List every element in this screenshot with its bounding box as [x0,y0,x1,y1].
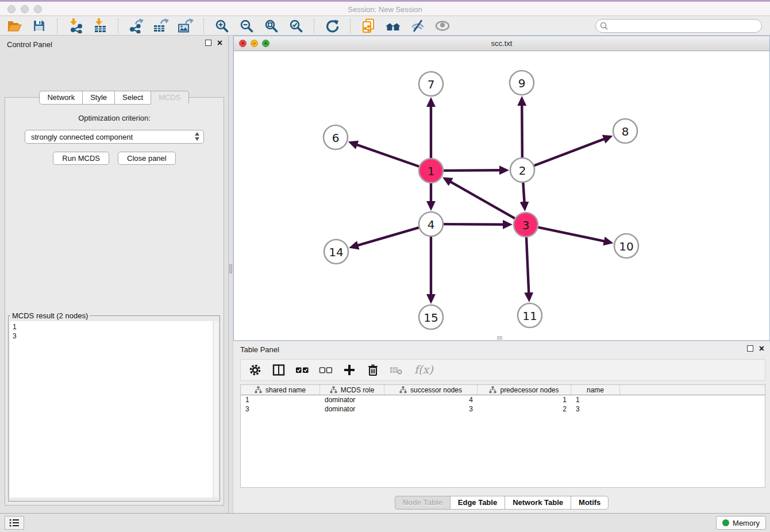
graph-edge-2-8[interactable] [534,139,605,165]
cell-predecessor-nodes[interactable]: 2 [478,405,571,413]
zoom-out-icon[interactable] [238,18,255,34]
canvas-resize-handle[interactable] [497,336,502,340]
export-image-icon[interactable] [177,18,194,34]
graph-edge-2-3[interactable] [523,183,524,202]
cell-mcds-role[interactable]: dominator [320,405,384,413]
svg-text:11: 11 [522,309,537,323]
graph-edge-3-1[interactable] [451,182,515,218]
close-table-panel-icon[interactable]: × [759,345,764,352]
graph-edge-4-3[interactable] [444,224,503,225]
list-icon [9,518,20,527]
graph-node-7[interactable]: 7 [419,72,443,96]
main-toolbar [0,16,770,36]
tab-motifs[interactable]: Motifs [571,496,609,510]
cell-successor-nodes[interactable]: 3 [384,405,478,413]
close-panel-button[interactable]: Close panel [118,152,176,165]
graph-node-3[interactable]: 3 [514,213,538,237]
result-scrollbar[interactable] [213,321,218,498]
export-table-icon[interactable] [152,18,170,34]
task-history-button[interactable] [5,516,24,530]
graph-edge-2-9[interactable] [522,105,522,157]
svg-text:9: 9 [518,76,526,90]
cell-shared-name[interactable]: 3 [241,405,320,413]
float-panel-icon[interactable] [205,40,211,46]
graph-edge-3-11[interactable] [526,237,529,293]
right-column: × − + scc.txt 7968124314101511 Table Pan… [233,36,770,513]
cell-mcds-role[interactable]: dominator [320,396,384,404]
tab-edge-table[interactable]: Edge Table [450,496,505,510]
cell-successor-nodes[interactable]: 4 [384,396,478,404]
graph-node-8[interactable]: 8 [613,119,637,143]
settings-gear-icon[interactable] [248,363,262,377]
graph-node-6[interactable]: 6 [324,125,348,149]
divider-handle-icon[interactable] [229,264,232,273]
zoom-fit-icon[interactable] [263,18,280,34]
column-header-mcds-role[interactable]: MCDS role [320,385,384,395]
graph-node-4[interactable]: 4 [419,212,443,236]
tab-select[interactable]: Select [114,91,151,105]
tab-network-table[interactable]: Network Table [505,496,571,510]
import-network-icon[interactable] [67,18,84,34]
zoom-in-icon[interactable] [213,18,230,34]
criterion-select[interactable]: strongly connected component [25,130,204,144]
graph-edge-4-14[interactable] [357,228,418,245]
function-builder-icon[interactable]: f(x) [413,363,434,377]
search-input[interactable] [595,19,762,33]
control-panel-header: Control Panel × [0,36,228,54]
memory-button[interactable]: Memory [716,516,766,530]
add-column-icon[interactable] [342,363,356,377]
network-canvas[interactable]: 7968124314101511 [234,51,769,340]
close-panel-icon[interactable]: × [217,40,222,46]
show-details-icon[interactable] [434,18,451,34]
cell-name[interactable]: 3 [571,405,620,413]
graph-node-11[interactable]: 11 [518,303,542,327]
mcds-result-text[interactable]: 1 3 [10,321,213,498]
tab-node-table[interactable]: Node Table [395,496,450,510]
column-header-shared-name[interactable]: shared name [241,385,320,395]
column-header-name[interactable]: name [571,385,620,395]
run-mcds-button[interactable]: Run MCDS [53,152,109,165]
graph-node-14[interactable]: 14 [324,240,348,264]
toolbar-separator [203,18,204,33]
graph-node-10[interactable]: 10 [614,234,638,258]
svg-text:3: 3 [522,218,530,232]
table-panel-header: Table Panel × [233,342,770,357]
table-header-row: shared name MCDS role successor nodes pr… [241,385,765,395]
float-table-panel-icon[interactable] [747,345,753,352]
graph-edge-3-10[interactable] [538,228,605,241]
graph-node-1[interactable]: 1 [419,159,443,183]
save-session-icon[interactable] [30,18,48,34]
memory-status-icon [722,519,729,526]
graph-edge-1-6[interactable] [357,145,419,167]
tab-network[interactable]: Network [39,91,82,105]
delete-column-trash-icon[interactable] [366,363,380,377]
import-table-icon[interactable] [91,18,109,34]
zoom-selected-icon[interactable] [287,18,305,34]
cell-shared-name[interactable]: 1 [241,396,320,404]
cell-name[interactable]: 1 [571,396,620,404]
first-neighbors-icon[interactable] [384,18,402,34]
graph-edge-1-2[interactable] [444,170,500,171]
node-table[interactable]: shared name MCDS role successor nodes pr… [240,384,765,488]
graph-node-2[interactable]: 2 [510,158,534,182]
tab-style[interactable]: Style [82,91,114,105]
tab-mcds[interactable]: MCDS [151,91,188,105]
refresh-layout-icon[interactable] [324,18,341,34]
table-row[interactable]: 1 dominator 4 1 1 [241,395,765,404]
select-all-checkboxes-icon[interactable] [295,363,309,377]
hide-details-icon[interactable] [409,18,426,34]
deselect-checkboxes-icon[interactable] [319,363,333,377]
split-view-icon[interactable] [272,363,286,377]
column-header-successor-nodes[interactable]: successor nodes [384,385,478,395]
export-network-icon[interactable] [128,18,145,34]
column-header-predecessor-nodes[interactable]: predecessor nodes [478,385,571,395]
panel-divider[interactable] [228,36,233,513]
cell-predecessor-nodes[interactable]: 1 [478,396,571,404]
graph-node-15[interactable]: 15 [419,305,443,329]
network-window-titlebar[interactable]: × − + scc.txt [234,36,769,51]
delete-table-icon[interactable] [390,363,403,377]
clone-network-icon[interactable] [360,18,377,34]
graph-node-9[interactable]: 9 [510,71,534,95]
table-row[interactable]: 3 dominator 3 2 3 [241,404,765,414]
open-session-icon[interactable] [6,18,23,34]
